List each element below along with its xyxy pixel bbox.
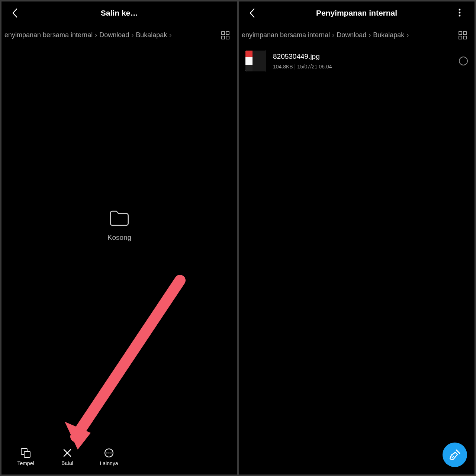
- empty-label: Kosong: [107, 234, 131, 242]
- crumb-bukalapak[interactable]: Bukalapak: [373, 31, 404, 39]
- svg-rect-16: [459, 36, 462, 39]
- breadcrumb-bar: enyimpanan bersama internal › Download ›…: [239, 25, 475, 46]
- file-row[interactable]: 820530449.jpg 104.8KB | 15/07/21 06.04: [239, 46, 475, 76]
- svg-rect-1: [226, 32, 229, 35]
- cancel-button[interactable]: Batal: [54, 448, 80, 466]
- svg-rect-17: [463, 36, 466, 39]
- file-name: 820530449.jpg: [273, 52, 459, 61]
- chevron-right-icon: ›: [169, 31, 171, 39]
- chevron-right-icon: ›: [95, 31, 97, 39]
- crumb-storage[interactable]: enyimpanan bersama internal: [4, 31, 93, 39]
- more-label: Lainnya: [100, 460, 118, 466]
- svg-rect-5: [24, 451, 30, 457]
- svg-rect-15: [463, 32, 466, 35]
- paste-label: Tempel: [17, 460, 34, 466]
- grid-icon: [221, 31, 229, 39]
- file-thumbnail: [245, 51, 266, 71]
- chevron-right-icon: ›: [332, 31, 334, 39]
- view-toggle-button[interactable]: [456, 29, 469, 42]
- more-icon: [104, 448, 114, 458]
- svg-rect-0: [222, 32, 225, 35]
- chevron-left-icon: [12, 8, 18, 18]
- paste-button[interactable]: Tempel: [13, 448, 39, 466]
- chevron-left-icon: [249, 8, 255, 18]
- crumb-download[interactable]: Download: [99, 31, 129, 39]
- breadcrumb-bar: enyimpanan bersama internal › Download ›…: [1, 25, 237, 46]
- svg-point-11: [459, 9, 461, 11]
- chevron-right-icon: ›: [369, 31, 371, 39]
- paste-icon: [20, 448, 31, 458]
- file-info: 820530449.jpg 104.8KB | 15/07/21 06.04: [273, 52, 459, 70]
- kebab-icon: [459, 9, 461, 17]
- page-title: Salin ke…: [101, 9, 138, 17]
- svg-point-9: [110, 452, 112, 453]
- breadcrumb: enyimpanan bersama internal › Download ›…: [4, 31, 216, 39]
- chevron-right-icon: ›: [406, 31, 409, 39]
- svg-rect-14: [459, 32, 462, 35]
- select-checkbox[interactable]: [459, 57, 468, 65]
- svg-point-12: [459, 12, 461, 14]
- page-title: Penyimpanan internal: [316, 9, 397, 17]
- svg-line-10: [76, 280, 180, 437]
- more-button[interactable]: Lainnya: [96, 448, 122, 466]
- svg-point-8: [108, 452, 109, 453]
- bottom-action-bar: Tempel Batal Lainnya: [1, 439, 237, 475]
- right-pane: Penyimpanan internal enyimpanan bersama …: [239, 1, 475, 475]
- empty-state: Kosong: [107, 210, 131, 242]
- crumb-bukalapak[interactable]: Bukalapak: [136, 31, 167, 39]
- chevron-right-icon: ›: [131, 31, 134, 39]
- close-icon: [62, 448, 72, 458]
- grid-icon: [459, 31, 467, 39]
- folder-icon: [109, 210, 130, 227]
- breadcrumb: enyimpanan bersama internal › Download ›…: [242, 31, 453, 39]
- view-toggle-button[interactable]: [219, 29, 232, 42]
- clean-fab[interactable]: [443, 443, 467, 467]
- cancel-label: Batal: [61, 460, 73, 466]
- svg-rect-2: [222, 36, 225, 39]
- annotation-arrow: [50, 273, 187, 451]
- crumb-download[interactable]: Download: [337, 31, 366, 39]
- back-button[interactable]: [7, 6, 22, 20]
- svg-point-7: [106, 452, 107, 453]
- svg-rect-3: [226, 36, 229, 39]
- header: Penyimpanan internal: [239, 1, 475, 25]
- left-pane: Salin ke… enyimpanan bersama internal › …: [1, 1, 237, 475]
- file-meta: 104.8KB | 15/07/21 06.04: [273, 64, 459, 70]
- broom-icon: [448, 448, 461, 461]
- svg-point-13: [459, 15, 461, 17]
- back-button[interactable]: [245, 6, 260, 20]
- crumb-storage[interactable]: enyimpanan bersama internal: [242, 31, 330, 39]
- overflow-menu-button[interactable]: [452, 5, 467, 20]
- header: Salin ke…: [1, 1, 237, 25]
